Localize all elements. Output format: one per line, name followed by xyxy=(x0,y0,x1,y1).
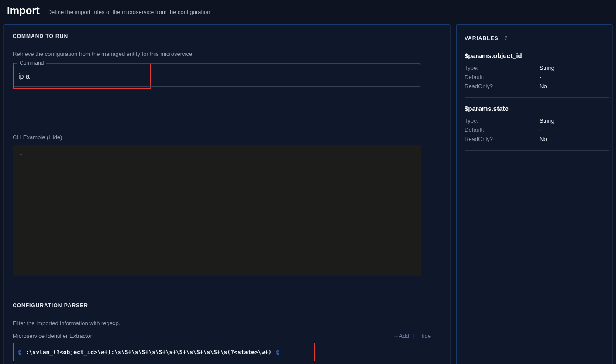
page-header: Import Define the import rules of the mi… xyxy=(0,0,616,24)
command-field-wrap: Command xyxy=(13,63,421,87)
command-section-desc: Retrieve the configuration from the mana… xyxy=(13,51,441,57)
regex-extractor[interactable]: @ :\svlan_(?<object_id>\w+):\s\S+\s\S+\s… xyxy=(13,343,315,361)
hide-button[interactable]: Hide xyxy=(419,333,431,339)
add-button[interactable]: + Add xyxy=(394,333,409,339)
var-default-val: - xyxy=(540,74,541,80)
cli-example-toggle[interactable]: CLI Example (Hide) xyxy=(13,134,441,141)
variables-title: VARIABLES xyxy=(465,35,498,41)
cli-example-area[interactable]: 1 xyxy=(13,145,421,276)
parser-section-title: CONFIGURATION PARSER xyxy=(13,302,441,309)
var-type-key: Type: xyxy=(465,65,540,71)
regex-pattern: :\svlan_(?<object_id>\w+):\s\S+\s\S+\s\S… xyxy=(26,349,272,355)
variable-name: $params.state xyxy=(465,105,609,112)
variable-name: $params.object_id xyxy=(465,52,609,59)
variables-panel: VARIABLES 2 $params.object_id Type:Strin… xyxy=(456,24,613,364)
add-label: Add xyxy=(399,333,409,339)
var-default-key: Default: xyxy=(465,74,540,80)
variable-item: $params.object_id Type:String Default:- … xyxy=(465,52,609,98)
regex-delim-open: @ xyxy=(18,349,21,355)
variables-count: 2 xyxy=(504,35,507,41)
var-readonly-val: No xyxy=(540,136,547,142)
page-subtitle: Define the import rules of the microserv… xyxy=(48,9,210,15)
var-type-val: String xyxy=(540,117,554,124)
regex-delim-close: @ xyxy=(276,349,279,355)
command-input[interactable] xyxy=(18,72,416,80)
var-type-key: Type: xyxy=(465,117,540,124)
variable-item: $params.state Type:String Default:- Read… xyxy=(465,105,609,151)
var-default-val: - xyxy=(540,127,541,133)
var-type-val: String xyxy=(540,65,554,71)
extractor-label: Microservice Identifier Extractor xyxy=(13,333,92,339)
parser-section-desc: Filter the imported information with reg… xyxy=(13,320,441,326)
var-readonly-key: ReadOnly? xyxy=(465,136,540,142)
command-field-label: Command xyxy=(17,60,46,66)
var-default-key: Default: xyxy=(465,127,540,133)
var-readonly-key: ReadOnly? xyxy=(465,83,540,89)
command-section-title: COMMAND TO RUN xyxy=(13,33,441,39)
var-readonly-val: No xyxy=(540,83,547,89)
cli-line-number: 1 xyxy=(19,149,22,156)
main-panel: COMMAND TO RUN Retrieve the configuratio… xyxy=(3,24,451,364)
action-divider: | xyxy=(413,333,415,339)
page-title: Import xyxy=(7,4,40,17)
